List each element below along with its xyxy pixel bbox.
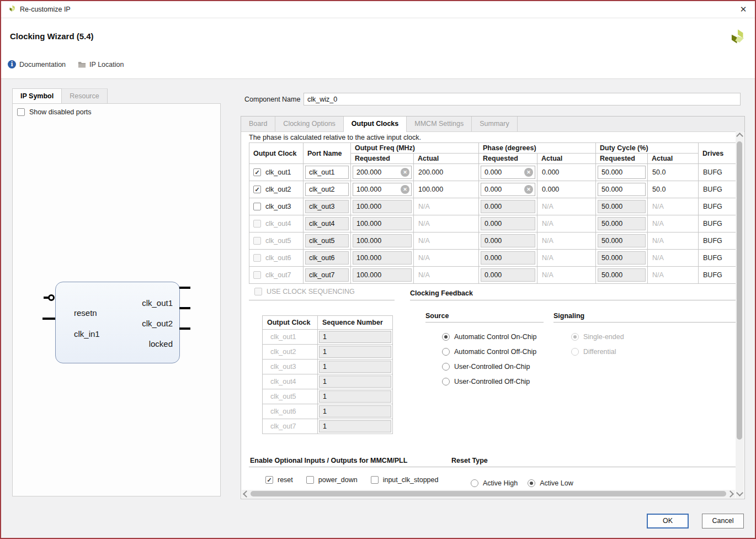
source-title: Source <box>425 312 449 320</box>
component-name-input[interactable] <box>304 93 741 105</box>
scroll-right-icon[interactable] <box>727 490 734 498</box>
vertical-scrollbar-thumb[interactable] <box>737 141 742 440</box>
radio-icon[interactable] <box>471 479 478 487</box>
output-clocks-tbody: ✓clk_out1clk_out1200.000✕200.0000.000✕0.… <box>249 164 738 284</box>
duty-requested-field: 50.000 <box>598 268 646 282</box>
optional-io-reset[interactable]: ✓reset <box>265 476 293 484</box>
app-icon <box>8 4 17 14</box>
ok-button[interactable]: OK <box>647 514 689 529</box>
duty-actual-value: 50.0 <box>652 168 666 176</box>
radio-icon[interactable] <box>442 363 450 371</box>
optional-io-input_clk_stopped[interactable]: input_clk_stopped <box>371 476 439 484</box>
tab-board[interactable]: Board <box>241 117 275 131</box>
phase-note: The phase is calculated relative to the … <box>249 134 421 141</box>
divider <box>249 300 395 300</box>
checkbox-icon[interactable] <box>306 476 314 484</box>
table-row: clk_out6clk_out6100.000N/A0.000N/A50.000… <box>249 250 738 267</box>
phase-requested-field: 0.000 <box>481 251 535 265</box>
col-phase-group: Phase (degrees) <box>479 143 596 154</box>
radio-icon[interactable] <box>528 479 535 487</box>
show-disabled-ports-checkbox[interactable] <box>17 108 25 116</box>
phase-requested-field[interactable]: 0.000✕ <box>481 183 535 196</box>
port-name-field[interactable]: clk_out2 <box>305 183 349 196</box>
output-clock-checkbox[interactable]: ✓ <box>253 186 261 193</box>
duty-actual-value: N/A <box>652 237 664 245</box>
scroll-down-icon[interactable] <box>736 489 743 496</box>
phase-actual-value: 0.000 <box>542 168 559 176</box>
phase-requested-field: 0.000 <box>481 200 535 213</box>
source-option-automatic-control-on-chip[interactable]: Automatic Control On-Chip <box>442 333 536 341</box>
horizontal-scrollbar[interactable] <box>242 490 735 498</box>
freq-actual-value: 100.000 <box>418 186 443 193</box>
output-clock-label: clk_out6 <box>265 254 291 262</box>
tab-clocking-options[interactable]: Clocking Options <box>275 117 344 131</box>
clear-icon[interactable]: ✕ <box>401 185 409 194</box>
table-row: ✓clk_out2clk_out2100.000✕100.0000.000✕0.… <box>249 181 738 198</box>
source-option-user-controlled-on-chip[interactable]: User-Controlled On-Chip <box>442 363 536 371</box>
duty-requested-field[interactable]: 50.000 <box>598 183 646 196</box>
source-radio-group: Automatic Control On-ChipAutomatic Contr… <box>442 333 536 385</box>
reset-type-title: Reset Type <box>451 457 488 464</box>
phase-actual-value: 0.000 <box>542 186 559 193</box>
sequence-number-field: 1 <box>319 346 391 358</box>
sequence-tbody: clk_out11clk_out21clk_out31clk_out41clk_… <box>263 330 393 434</box>
sequence-row: clk_out31 <box>263 360 393 374</box>
freq-actual-value: N/A <box>418 220 430 228</box>
cancel-button[interactable]: Cancel <box>702 514 744 529</box>
radio-icon[interactable] <box>442 348 450 356</box>
tab-mmcm-settings[interactable]: MMCM Settings <box>407 117 472 131</box>
phase-actual-value: N/A <box>542 254 553 262</box>
vertical-scrollbar[interactable] <box>736 131 744 498</box>
optional-io-power_down[interactable]: power_down <box>306 476 358 484</box>
radio-icon[interactable] <box>442 333 450 341</box>
scroll-left-icon[interactable] <box>243 490 250 498</box>
sequence-number-field: 1 <box>319 420 391 432</box>
clear-icon[interactable]: ✕ <box>524 185 533 194</box>
tab-resource[interactable]: Resource <box>62 88 108 103</box>
clear-icon[interactable]: ✕ <box>401 168 409 177</box>
tab-ip-symbol[interactable]: IP Symbol <box>12 88 62 104</box>
phase-actual-value: N/A <box>542 203 553 210</box>
duty-requested-field[interactable]: 50.000 <box>598 166 646 179</box>
port-name-field[interactable]: clk_out1 <box>305 166 349 179</box>
output-clock-label: clk_out2 <box>265 186 291 193</box>
phase-requested-field: 0.000 <box>481 268 535 282</box>
divider <box>425 322 544 323</box>
scroll-up-icon[interactable] <box>736 133 743 140</box>
ip-location-link[interactable]: IP Location <box>78 61 124 68</box>
documentation-link[interactable]: i Documentation <box>8 60 66 68</box>
duty-requested-field: 50.000 <box>598 234 646 247</box>
freq-requested-field[interactable]: 100.000✕ <box>353 183 412 196</box>
recustomize-ip-dialog: Re-customize IP ✕ Clocking Wizard (5.4) … <box>0 0 756 539</box>
output-clock-checkbox[interactable] <box>253 203 261 210</box>
tab-output-clocks[interactable]: Output Clocks <box>344 117 407 132</box>
checkbox-icon[interactable]: ✓ <box>265 476 273 484</box>
col-duty-actual: Actual <box>648 154 699 164</box>
port-name-field: clk_out3 <box>305 200 349 213</box>
col-duty-requested: Requested <box>596 154 648 164</box>
close-icon[interactable]: ✕ <box>737 3 749 15</box>
sequence-clock-label: clk_out5 <box>263 389 318 404</box>
folder-icon <box>78 61 86 68</box>
clear-icon[interactable]: ✕ <box>524 168 533 177</box>
sequence-row: clk_out61 <box>263 404 393 419</box>
horizontal-scrollbar-thumb[interactable] <box>251 491 726 496</box>
source-option-user-controlled-off-chip[interactable]: User-Controlled Off-Chip <box>442 378 536 385</box>
reset-type-option-active-high[interactable]: Active High <box>471 479 518 487</box>
output-clock-checkbox[interactable]: ✓ <box>253 168 261 176</box>
reset-type-group: Active HighActive Low <box>471 479 573 487</box>
port-name-field: clk_out6 <box>305 251 349 265</box>
checkbox-icon[interactable] <box>371 476 379 484</box>
phase-requested-field[interactable]: 0.000✕ <box>481 166 535 179</box>
freq-requested-field[interactable]: 200.000✕ <box>353 166 412 179</box>
radio-icon[interactable] <box>442 378 450 385</box>
reset-type-option-active-low[interactable]: Active Low <box>528 479 573 487</box>
output-clock-label: clk_out1 <box>265 168 291 176</box>
table-row: clk_out3clk_out3100.000N/A0.000N/A50.000… <box>249 198 738 215</box>
radio-label: Differential <box>583 348 616 356</box>
duty-actual-value: 50.0 <box>652 186 666 193</box>
source-option-automatic-control-off-chip[interactable]: Automatic Control Off-Chip <box>442 348 536 356</box>
tab-summary[interactable]: Summary <box>472 117 517 131</box>
radio-label: Single-ended <box>583 333 624 341</box>
radio-icon <box>571 348 579 356</box>
